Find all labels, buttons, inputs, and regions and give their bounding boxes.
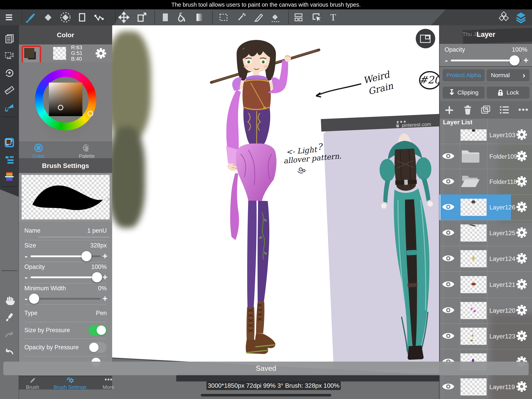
folder-open-icon[interactable] (461, 173, 487, 190)
layer-row[interactable]: Layer103 (439, 126, 532, 144)
redo-icon[interactable] (4, 329, 15, 340)
min-width-slider[interactable]: - + (22, 293, 109, 304)
visibility-eye-icon[interactable] (442, 332, 455, 341)
layer-list-view-icon[interactable] (500, 105, 509, 115)
layer-opacity-minus[interactable]: - (442, 57, 451, 64)
saturation-value-square[interactable] (49, 83, 82, 116)
paint-bucket-icon[interactable] (176, 11, 189, 24)
size-track[interactable] (31, 255, 101, 257)
protect-alpha-button[interactable]: Protect Alpha (443, 69, 485, 81)
lock-button[interactable]: Lock (487, 86, 529, 99)
color-settings-gear-icon[interactable] (95, 47, 107, 60)
layer-thumbnail[interactable] (461, 199, 487, 216)
layer-thumbnail[interactable] (461, 129, 487, 141)
layer-gear-icon[interactable] (516, 330, 528, 343)
folder-icon[interactable] (461, 148, 487, 165)
vector-tool-icon[interactable] (93, 11, 105, 24)
brush-tool-icon[interactable] (24, 11, 37, 24)
visibility-eye-icon[interactable] (442, 177, 455, 187)
airbrush-icon[interactable] (4, 101, 15, 112)
layer-row[interactable]: Layer123 (439, 323, 532, 349)
layer-gear-icon[interactable] (516, 278, 528, 291)
opacity-by-pressure-toggle[interactable] (89, 342, 107, 353)
hand-pan-icon[interactable] (4, 295, 15, 305)
select-pen-icon[interactable] (252, 11, 265, 24)
magic-wand-icon[interactable] (235, 11, 247, 24)
hue-cursor[interactable] (88, 111, 93, 116)
tab-more[interactable]: More (103, 377, 114, 390)
layer-thumbnail[interactable] (461, 225, 487, 242)
min-width-track[interactable] (31, 298, 101, 300)
opacity-minus[interactable]: - (22, 273, 31, 281)
home-indicator[interactable] (201, 394, 331, 396)
shape-tool-icon[interactable] (76, 11, 89, 24)
scroll-indicator[interactable] (439, 194, 440, 220)
add-layer-icon[interactable] (444, 105, 454, 116)
select-menu-icon[interactable] (4, 50, 15, 61)
layer-row[interactable]: Layer119 (439, 375, 532, 399)
layer-thumbnail[interactable] (461, 378, 487, 395)
material-panel-icon[interactable] (498, 11, 510, 24)
layer-row-selected[interactable]: Layer126 (439, 194, 532, 220)
visibility-eye-icon[interactable] (442, 382, 455, 392)
size-plus[interactable]: + (101, 252, 109, 260)
more-options-icon[interactable] (518, 108, 528, 112)
layer-gear-icon[interactable] (516, 380, 528, 393)
layer-gear-icon[interactable] (516, 252, 528, 265)
eraser-tool-icon[interactable] (42, 11, 54, 24)
transform-tool-icon[interactable] (135, 11, 148, 24)
ruler-icon[interactable] (4, 85, 15, 96)
layer-opacity-track[interactable] (451, 60, 521, 61)
select-rect-icon[interactable] (217, 11, 230, 24)
divide-canvas-icon[interactable] (292, 11, 305, 24)
visibility-eye-icon[interactable] (442, 203, 455, 212)
opacity-track[interactable] (31, 277, 101, 278)
navigator-toggle-button[interactable] (416, 29, 435, 48)
brush-type-row[interactable]: Type Pen (19, 304, 112, 322)
visibility-eye-icon[interactable] (442, 306, 455, 315)
folder-row[interactable]: Folder118 (439, 169, 532, 195)
layer-opacity-plus[interactable]: + (521, 57, 531, 64)
layer-gear-icon[interactable] (516, 129, 528, 142)
drawing-canvas[interactable]: pinterest.com (112, 25, 439, 399)
color-swatch-panel-icon[interactable] (4, 137, 15, 148)
layer-gear-icon[interactable] (516, 175, 528, 188)
layer-row[interactable]: Layer125 (439, 220, 532, 246)
transparent-color-swatch[interactable] (53, 47, 66, 60)
layer-row[interactable]: Layer121 (439, 272, 532, 298)
brush-next-arrow[interactable]: › (106, 192, 110, 204)
layer-opacity-slider[interactable]: - + (442, 55, 531, 66)
gradient-map-icon[interactable] (4, 171, 15, 182)
visibility-eye-icon[interactable] (442, 228, 455, 238)
opacity-slider[interactable]: - + (22, 272, 109, 283)
gradient-tool-icon[interactable] (193, 11, 206, 24)
delete-layer-icon[interactable] (463, 105, 473, 116)
pages-icon[interactable] (4, 33, 15, 44)
layer-thumbnail[interactable] (461, 328, 487, 345)
size-by-pressure-toggle[interactable] (89, 325, 107, 336)
lasso-tool-icon[interactable] (59, 11, 72, 24)
fill-rect-icon[interactable] (159, 11, 171, 24)
size-minus[interactable]: - (22, 252, 31, 260)
blend-mode-button[interactable]: Normal › (487, 69, 529, 81)
object-select-icon[interactable] (310, 11, 323, 24)
layer-gear-icon[interactable] (516, 201, 528, 214)
layer-row[interactable]: Layer120 (439, 298, 532, 324)
layer-thumbnail[interactable] (461, 276, 487, 293)
layers-panel-icon[interactable] (515, 11, 527, 24)
layer-gear-icon[interactable] (516, 150, 528, 163)
layer-gear-icon[interactable] (516, 304, 528, 317)
layer-thumbnail[interactable] (461, 302, 487, 319)
text-tool-icon[interactable]: T (327, 11, 339, 24)
brush-list-panel-icon[interactable] (4, 154, 15, 165)
size-slider[interactable]: - + (22, 251, 109, 261)
tab-brush[interactable]: Brush (26, 377, 39, 390)
sv-cursor[interactable] (58, 105, 63, 110)
rotate-reset-icon[interactable] (4, 67, 15, 78)
visibility-eye-icon[interactable] (442, 152, 455, 161)
folder-row[interactable]: Folder109 (439, 144, 532, 169)
tab-brush-settings[interactable]: Brush Settings (54, 377, 86, 390)
layer-thumbnail[interactable] (461, 250, 487, 267)
foreground-color-swatch[interactable] (22, 45, 41, 64)
name-value[interactable]: 1 penU (87, 227, 107, 234)
